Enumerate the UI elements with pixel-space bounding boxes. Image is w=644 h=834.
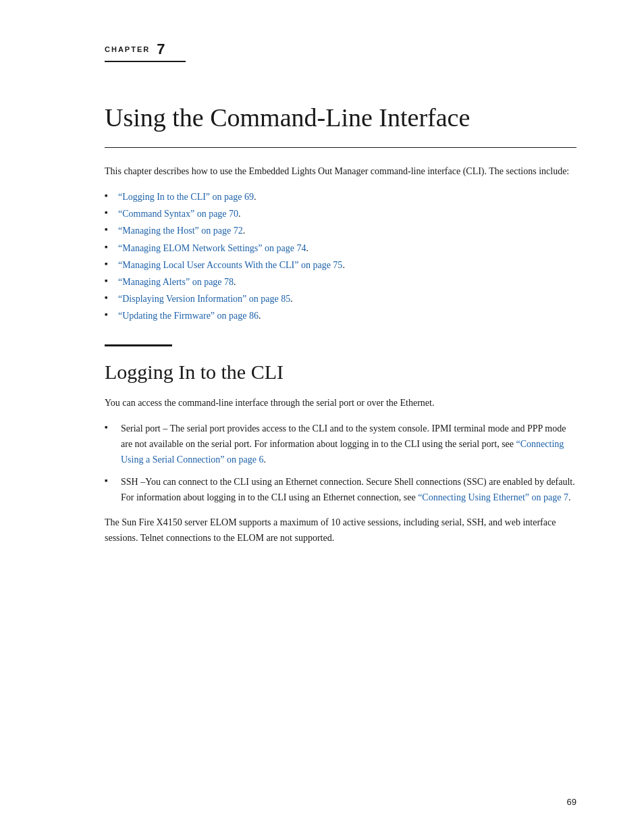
toc-link-6[interactable]: “Managing Alerts” on page 78: [118, 277, 234, 287]
section-closing-logging-in: The Sun Fire X4150 server ELOM supports …: [105, 515, 576, 546]
section-title-logging-in: Logging In to the CLI: [105, 360, 576, 384]
toc-link-2[interactable]: “Command Syntax” on page 70: [118, 209, 238, 219]
list-item: “Managing the Host” on page 72.: [105, 222, 576, 239]
chapter-number: 7: [157, 41, 166, 58]
section-divider: [105, 344, 172, 346]
chapter-rule: [105, 61, 186, 62]
list-item: “Command Syntax” on page 70.: [105, 205, 576, 222]
section-intro-logging-in: You can access the command-line interfac…: [105, 395, 576, 411]
toc-link-3[interactable]: “Managing the Host” on page 72: [118, 226, 243, 236]
toc-list: “Logging In to the CLI” on page 69. “Com…: [105, 188, 576, 325]
section-bullets-logging-in: Serial port – The serial port provides a…: [105, 421, 576, 505]
serial-connection-link[interactable]: “Connecting Using a Serial Connection” o…: [121, 439, 564, 465]
list-item: “Updating the Firmware” on page 86.: [105, 307, 576, 324]
chapter-title: Using the Command-Line Interface: [105, 103, 576, 134]
list-item: Serial port – The serial port provides a…: [105, 421, 576, 467]
toc-link-1[interactable]: “Logging In to the CLI” on page 69: [118, 192, 254, 202]
content-area: CHAPTER 7 Using the Command-Line Interfa…: [0, 0, 644, 596]
toc-link-7[interactable]: “Displaying Version Information” on page…: [118, 294, 290, 304]
chapter-word: CHAPTER: [105, 45, 150, 53]
list-item: “Managing Local User Accounts With the C…: [105, 257, 576, 273]
chapter-header: CHAPTER 7: [105, 41, 576, 62]
page-number: 69: [567, 797, 576, 807]
page: CHAPTER 7 Using the Command-Line Interfa…: [0, 0, 644, 834]
list-item: “Logging In to the CLI” on page 69.: [105, 188, 576, 205]
list-item: “Managing Alerts” on page 78.: [105, 273, 576, 290]
list-item: “Displaying Version Information” on page…: [105, 290, 576, 307]
ethernet-connection-link[interactable]: “Connecting Using Ethernet” on page 7: [418, 492, 568, 502]
toc-link-4[interactable]: “Managing ELOM Network Settings” on page…: [118, 243, 306, 253]
list-item: SSH –You can connect to the CLI using an…: [105, 474, 576, 505]
toc-link-8[interactable]: “Updating the Firmware” on page 86: [118, 311, 259, 321]
toc-link-5[interactable]: “Managing Local User Accounts With the C…: [118, 260, 342, 270]
list-item: “Managing ELOM Network Settings” on page…: [105, 240, 576, 257]
title-rule: [105, 147, 576, 148]
chapter-label: CHAPTER 7: [105, 41, 576, 58]
chapter-intro: This chapter describes how to use the Em…: [105, 164, 576, 179]
